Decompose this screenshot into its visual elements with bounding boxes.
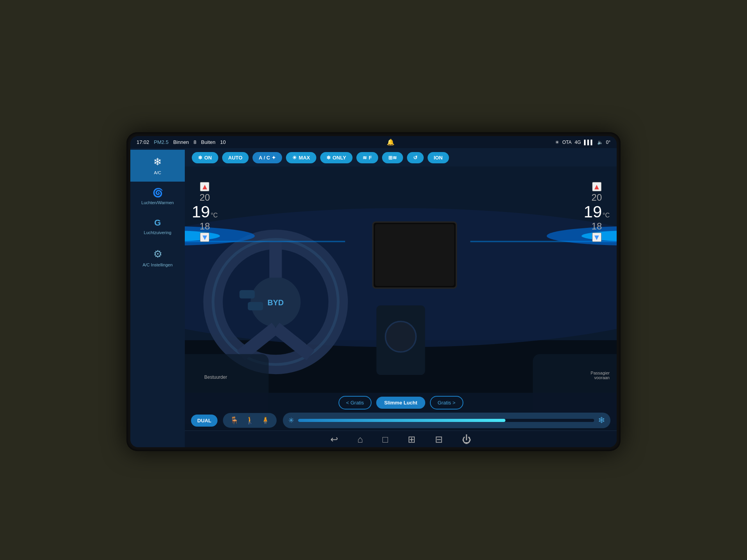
- luchten-warmen-icon: 🌀: [153, 188, 163, 198]
- seat-1-icon: 🪑: [230, 416, 238, 424]
- passenger-label: Passagiervooraan: [591, 371, 610, 380]
- ac-button[interactable]: A / C ✦: [253, 152, 282, 163]
- sidebar-instellingen-label: A/C Instellingen: [142, 262, 172, 268]
- temperature-status: 0°: [606, 140, 610, 145]
- fan-speed-right-icon: ❄: [598, 415, 605, 425]
- temp-right-unit: °C: [603, 212, 610, 219]
- fan-speed-bar-fill: [298, 419, 505, 422]
- recents-nav-button[interactable]: □: [382, 434, 388, 445]
- seat-2-icon: 🚶: [245, 416, 254, 424]
- fan-only-icon: ❄: [326, 155, 331, 161]
- temp-right: ▲ 20 19 °C 18 ▼: [584, 182, 610, 242]
- fan-on-icon: ❄: [198, 155, 202, 161]
- seat-mode-2-button[interactable]: 🚶: [243, 415, 256, 425]
- fan-on-button[interactable]: ❄ ON: [192, 152, 218, 163]
- gratis-left-label: < Gratis: [346, 400, 364, 406]
- bottom-controls: < Gratis Slimme Lucht Gratis >: [185, 393, 617, 430]
- temp-right-current-row: 19 °C: [584, 204, 610, 220]
- seat-mode-1-button[interactable]: 🪑: [228, 415, 241, 425]
- temp-right-above: 20: [591, 192, 602, 203]
- svg-point-21: [386, 321, 416, 352]
- bluetooth-icon: ✳: [555, 140, 559, 145]
- temp-right-down-button[interactable]: ▼: [592, 233, 601, 242]
- max-button[interactable]: ☀ MAX: [286, 152, 316, 163]
- fan-speed-left-icon: ✳: [288, 416, 294, 425]
- sidebar-item-ac-instellingen[interactable]: ⚙ A/C Instellingen: [130, 242, 185, 274]
- sidebar-luchtzuivering-label: Luchtzuivering: [144, 230, 172, 235]
- pm25-label: PM2.5: [154, 139, 169, 145]
- auto-label: AUTO: [228, 155, 243, 161]
- dual-label: DUAL: [197, 418, 211, 424]
- back-nav-button[interactable]: ↩: [330, 434, 338, 445]
- gratis-left-button[interactable]: < Gratis: [338, 396, 372, 410]
- power-nav-button[interactable]: ⏻: [462, 434, 472, 445]
- temp-left-down-button[interactable]: ▼: [200, 233, 209, 242]
- temp-left-unit: °C: [211, 212, 218, 219]
- svg-rect-10: [239, 290, 254, 298]
- split-nav-button[interactable]: ⊟: [435, 434, 443, 445]
- nav-bar: ↩ ⌂ □ ⊞ ⊟ ⏻: [185, 430, 617, 447]
- clock: 17:02: [137, 139, 149, 145]
- gratis-right-button[interactable]: Gratis >: [430, 396, 463, 410]
- volume-icon: 🔈: [597, 140, 603, 145]
- home-nav-button[interactable]: ⌂: [358, 434, 363, 445]
- fan-only-button[interactable]: ❄ ONLY: [320, 152, 352, 163]
- gratis-right-label: Gratis >: [438, 400, 456, 406]
- buiten-value: 10: [220, 139, 226, 145]
- sidebar-luchten-label: Luchten/Warmen: [141, 200, 174, 205]
- temp-left-up-button[interactable]: ▲: [200, 182, 209, 191]
- ion-button[interactable]: ION: [428, 152, 449, 163]
- svg-text:BYD: BYD: [268, 298, 284, 307]
- dual-button[interactable]: DUAL: [191, 415, 217, 427]
- max-icon: ☀: [292, 155, 297, 161]
- fan-speed-bar[interactable]: [298, 419, 594, 422]
- sidebar-ac-label: A/C: [154, 170, 161, 175]
- recirculate-icon: ↺: [413, 155, 417, 161]
- rear-defrost-icon: ⊞≋: [388, 155, 397, 161]
- ota-label: OTA: [562, 140, 572, 145]
- sidebar-item-ac[interactable]: ❄ A/C: [130, 150, 185, 182]
- main-screen: 17:02 PM2.5 Binnen 8 Buiten 10 🔔 ✳ OTA 4…: [130, 136, 617, 447]
- temp-right-current: 19: [584, 204, 602, 220]
- ac-instellingen-icon: ⚙: [153, 248, 162, 260]
- car-interior-svg: BYD: [185, 166, 617, 430]
- ion-label: ION: [434, 155, 443, 161]
- notification-icon: 🔔: [387, 138, 395, 146]
- sidebar-item-luchten-warmen[interactable]: 🌀 Luchten/Warmen: [130, 182, 185, 212]
- sidebar: ❄ A/C 🌀 Luchten/Warmen G Luchtzuivering …: [130, 148, 185, 447]
- apps-nav-button[interactable]: ⊞: [408, 434, 416, 445]
- recirculate-button[interactable]: ↺: [407, 152, 424, 163]
- temp-left-above: 20: [200, 192, 210, 203]
- binnen-label: Binnen: [173, 139, 189, 145]
- svg-rect-11: [248, 302, 263, 310]
- auto-button[interactable]: AUTO: [222, 152, 249, 163]
- driver-label: Bestuurder: [204, 374, 227, 380]
- top-buttons-row: ❄ ON AUTO A / C ✦ ☀ MAX ❄ ON: [185, 148, 617, 166]
- fan-row: DUAL 🪑 🚶 🧍: [191, 413, 610, 428]
- signal-bars: ▌▌▌: [584, 140, 594, 145]
- binnen-value: 8: [194, 139, 196, 145]
- ac-icon: ❄: [153, 156, 162, 168]
- temp-right-up-button[interactable]: ▲: [592, 182, 601, 191]
- sidebar-item-luchtzuivering[interactable]: G Luchtzuivering: [130, 212, 185, 242]
- car-view: BYD: [185, 166, 617, 430]
- status-right: ✳ OTA 4G ▌▌▌ 🔈 0°: [555, 140, 610, 145]
- seat-3-icon: 🧍: [261, 416, 270, 424]
- temp-left-below: 18: [200, 221, 210, 232]
- svg-rect-13: [375, 224, 454, 286]
- front-defrost-button[interactable]: ≋ F: [356, 152, 378, 163]
- rear-defrost-button[interactable]: ⊞≋: [382, 152, 403, 163]
- seat-mode-3-button[interactable]: 🧍: [259, 415, 272, 425]
- slimme-lucht-button[interactable]: Slimme Lucht: [376, 397, 425, 409]
- temp-left: ▲ 20 19 °C 18 ▼: [192, 182, 218, 242]
- temp-left-current: 19: [192, 204, 210, 220]
- temp-left-current-row: 19 °C: [192, 204, 218, 220]
- seat-buttons: 🪑 🚶 🧍: [223, 413, 277, 428]
- luchtzuivering-icon: G: [154, 218, 161, 228]
- fan-on-label: ON: [204, 155, 212, 161]
- buiten-label: Buiten: [201, 139, 216, 145]
- fan-speed-control[interactable]: ✳ ❄: [283, 413, 610, 428]
- front-defrost-label: F: [369, 155, 372, 161]
- temp-right-below: 18: [591, 221, 602, 232]
- content-panel: ❄ ON AUTO A / C ✦ ☀ MAX ❄ ON: [185, 148, 617, 447]
